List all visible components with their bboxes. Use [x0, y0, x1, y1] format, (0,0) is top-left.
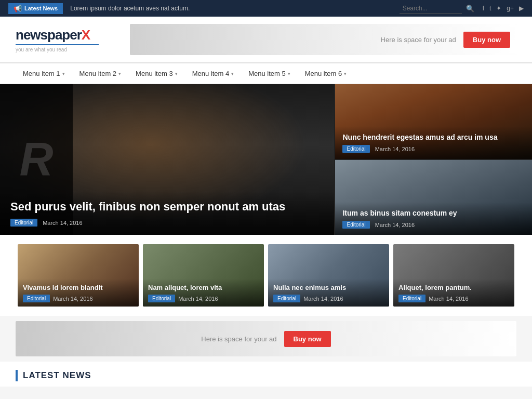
card-3-overlay: Nulla nec enimus amis Editorial March 14…	[268, 278, 389, 307]
latest-news-title: LATEST NEWS	[23, 370, 91, 381]
top-bar: 📢 Latest News Lorem ipsum dolor acetum a…	[0, 0, 532, 17]
card-2-badge: Editorial	[148, 295, 175, 302]
cards-row: Vivamus id lorem blandit Editorial March…	[0, 235, 532, 316]
hero-section: R Sed purus velit, finibus non semper no…	[0, 84, 532, 235]
card-2[interactable]: Nam aliquet, lorem vita Editorial March …	[143, 244, 264, 307]
card-4[interactable]: Aliquet, lorem pantum. Editorial March 1…	[393, 244, 514, 307]
card-2-meta: Editorial March 14, 2016	[148, 295, 259, 302]
card-1-title: Vivamus id lorem blandit	[23, 284, 134, 292]
card-2-date: March 14, 2016	[178, 296, 218, 302]
hero-main-date: March 14, 2016	[43, 220, 82, 226]
latest-news-label: Latest News	[24, 5, 58, 11]
social-icons: f t ✦ g+ ▶	[483, 5, 524, 12]
hero-top-right-badge: Editorial	[342, 145, 369, 153]
card-1-badge: Editorial	[23, 295, 50, 302]
hero-main[interactable]: R Sed purus velit, finibus non semper no…	[0, 84, 334, 235]
googleplus-icon[interactable]: g+	[507, 5, 514, 12]
hero-bottom-right[interactable]: Itum as binus sitam conestum ey Editoria…	[335, 160, 532, 235]
hero-main-meta: Editorial March 14, 2016	[10, 219, 324, 227]
card-1-meta: Editorial March 14, 2016	[23, 295, 134, 302]
ticker-text: Lorem ipsum dolor acetum aves nat actum.	[70, 5, 399, 12]
hero-right: Nunc hendrerit egestas amus ad arcu im u…	[334, 84, 532, 235]
hero-top-right-caption: Nunc hendrerit egestas amus ad arcu im u…	[335, 126, 532, 159]
card-4-date: March 14, 2016	[429, 296, 468, 302]
nav-item-3[interactable]: Menu item 3 ▾	[128, 63, 185, 84]
card-4-meta: Editorial March 14, 2016	[398, 295, 509, 302]
search-icon[interactable]: 🔍	[466, 5, 474, 12]
latest-news-heading: LATEST NEWS	[16, 370, 516, 381]
decorative-letter: R	[20, 133, 54, 187]
hero-bottom-right-caption: Itum as binus sitam conestum ey Editoria…	[335, 202, 532, 235]
chevron-down-icon: ▾	[118, 71, 121, 76]
buy-now-button-2[interactable]: Buy now	[284, 331, 331, 347]
ad-banner-2: Here is space for your ad Buy now	[16, 321, 516, 356]
header-ad-banner: Here is space for your ad Buy now	[130, 24, 516, 55]
hero-bottom-right-badge: Editorial	[342, 221, 369, 229]
card-4-badge: Editorial	[398, 295, 425, 302]
facebook-icon[interactable]: f	[483, 5, 484, 12]
chevron-down-icon: ▾	[344, 71, 347, 76]
logo-text: newspaper	[16, 27, 82, 43]
ad-text: Here is space for your ad	[381, 36, 456, 44]
nav-item-5[interactable]: Menu item 5 ▾	[241, 63, 298, 84]
card-3-meta: Editorial March 14, 2016	[273, 295, 384, 302]
card-2-title: Nam aliquet, lorem vita	[148, 284, 259, 292]
logo-x: X	[82, 27, 90, 43]
card-1-overlay: Vivamus id lorem blandit Editorial March…	[18, 278, 139, 307]
hero-top-right-date: March 14, 2016	[375, 146, 415, 152]
hero-bottom-right-title: Itum as binus sitam conestum ey	[342, 208, 525, 218]
chevron-down-icon: ▾	[175, 71, 178, 76]
card-3-badge: Editorial	[273, 295, 300, 302]
chevron-down-icon: ▾	[231, 71, 234, 76]
nav-item-6[interactable]: Menu item 6 ▾	[298, 63, 354, 84]
card-4-title: Aliquet, lorem pantum.	[398, 284, 509, 292]
hero-main-badge: Editorial	[10, 219, 37, 227]
card-4-overlay: Aliquet, lorem pantum. Editorial March 1…	[393, 278, 514, 307]
card-1-date: March 14, 2016	[53, 296, 92, 302]
chevron-down-icon: ▾	[288, 71, 290, 76]
nav-item-1[interactable]: Menu item 1 ▾	[16, 63, 72, 84]
logo-tagline: you are what you read	[16, 44, 99, 52]
card-3[interactable]: Nulla nec enimus amis Editorial March 14…	[268, 244, 389, 307]
tumblr-icon[interactable]: t	[489, 5, 491, 12]
logo-area: newspaperX you are what you read	[16, 27, 99, 52]
buy-now-button[interactable]: Buy now	[463, 32, 510, 48]
main-nav: Menu item 1 ▾ Menu item 2 ▾ Menu item 3 …	[0, 63, 532, 84]
card-3-title: Nulla nec enimus amis	[273, 284, 384, 292]
hero-main-title: Sed purus velit, finibus non semper nonu…	[10, 200, 324, 215]
nav-item-4[interactable]: Menu item 4 ▾	[185, 63, 242, 84]
header: newspaperX you are what you read Here is…	[0, 17, 532, 63]
hero-top-right-meta: Editorial March 14, 2016	[342, 145, 525, 153]
card-3-date: March 14, 2016	[303, 296, 343, 302]
nav-item-2[interactable]: Menu item 2 ▾	[72, 63, 129, 84]
latest-news-section: LATEST NEWS	[0, 362, 532, 387]
latest-news-bar-accent	[16, 370, 18, 381]
hero-bottom-right-date: March 14, 2016	[375, 222, 415, 228]
card-1[interactable]: Vivamus id lorem blandit Editorial March…	[18, 244, 139, 307]
ad-banner-bg	[130, 24, 516, 55]
hero-top-right-title: Nunc hendrerit egestas amus ad arcu im u…	[342, 132, 525, 142]
ad-text-2: Here is space for your ad	[201, 335, 276, 343]
latest-news-badge: 📢 Latest News	[8, 3, 63, 14]
card-2-overlay: Nam aliquet, lorem vita Editorial March …	[143, 278, 264, 307]
search-bar: 🔍	[400, 4, 474, 14]
hero-main-caption: Sed purus velit, finibus non semper nonu…	[0, 191, 334, 235]
youtube-icon[interactable]: ▶	[519, 5, 524, 12]
hero-bottom-right-meta: Editorial March 14, 2016	[342, 221, 525, 229]
hero-top-right[interactable]: Nunc hendrerit egestas amus ad arcu im u…	[335, 84, 532, 160]
megaphone-icon: 📢	[14, 5, 22, 12]
twitter-icon[interactable]: ✦	[496, 5, 501, 12]
logo[interactable]: newspaperX	[16, 27, 99, 43]
chevron-down-icon: ▾	[62, 71, 65, 76]
search-input[interactable]	[400, 4, 462, 14]
